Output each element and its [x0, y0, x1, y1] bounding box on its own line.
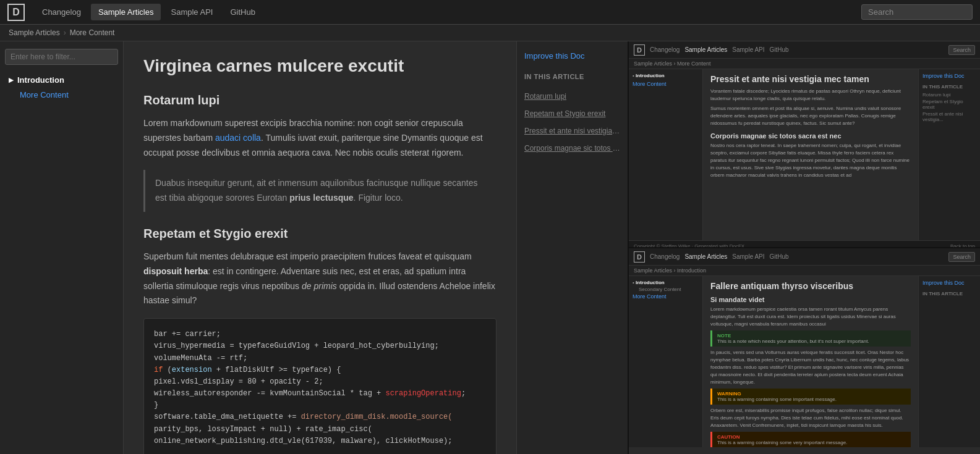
code-line-8: software.table_dma_netiquette += directo…: [154, 411, 486, 423]
right-panel: Improve this Doc IN THIS ARTICLE Rotarum…: [516, 41, 628, 454]
preview-nav-articles: Sample Articles: [684, 46, 727, 53]
nav-github[interactable]: GitHub: [223, 4, 262, 20]
breadcrumb-sep: ›: [64, 28, 66, 37]
preview-bottom-sidebar-intro: Introduction: [636, 280, 665, 285]
blockquote: Duabus insequitur gerunt, ait et inmensu…: [143, 170, 496, 212]
breadcrumb: Sample Articles › More Content: [0, 25, 980, 41]
section-rotarum-title: Rotarum lupi: [143, 93, 496, 107]
link-audaci[interactable]: audaci colla: [215, 133, 261, 143]
section-repetam-title: Repetam et Stygio erexit: [143, 227, 496, 241]
preview-top-right: Improve this Doc IN THIS ARTICLE Rotarum…: [918, 69, 980, 240]
breadcrumb-more-content[interactable]: More Content: [70, 28, 115, 37]
preview-top-h2: Corporis magnae sic totos sacra est nec: [710, 132, 911, 140]
preview-bottom-articles: Sample Articles: [684, 253, 727, 260]
preview-bottom-logo: D: [634, 251, 645, 263]
preview-toc-2: Repetam et Stygio erexit: [922, 99, 976, 110]
nav-changelog[interactable]: Changelog: [35, 4, 88, 20]
note-title: NOTE: [717, 333, 906, 338]
logo: D: [7, 4, 25, 21]
preview-sidebar-intro: Introduction: [636, 73, 665, 78]
code-line-4: if (extension + flatDiskUtf >= typeface)…: [154, 364, 486, 376]
preview-nav-api: Sample API: [732, 46, 764, 53]
preview-top-p1: Vorantem fatale discedere; Lyocides rima…: [710, 88, 911, 103]
code-line-3: volumeMenuAta -= rtf;: [154, 353, 486, 364]
search-input[interactable]: [868, 7, 966, 17]
preview-bottom-in-article: IN THIS ARTICLE: [922, 291, 976, 296]
caution-text: This is a warning containing some very i…: [717, 440, 906, 445]
section-repetam-text: Superbum fuit mentes delubraque est impe…: [143, 250, 496, 308]
improve-doc-button[interactable]: Improve this Doc: [524, 51, 620, 61]
sidebar-item-introduction[interactable]: ▶ Introduction: [5, 72, 118, 88]
nav-sample-articles[interactable]: Sample Articles: [91, 4, 161, 20]
blockquote-text: Duabus insequitur gerunt, ait et inmensu…: [155, 178, 477, 203]
main-layout: ▶ Introduction More Content Virginea car…: [0, 41, 980, 454]
filter-input[interactable]: [5, 49, 118, 65]
caution-box: CAUTION This is a warning containing som…: [710, 432, 911, 447]
preview-toc-3: Pressit et ante nisi vestigia...: [922, 111, 976, 122]
preview-bottom-breadcrumb: Sample Articles › Introduction: [629, 266, 980, 276]
preview-top: D Changelog Sample Articles Sample API G…: [629, 41, 980, 248]
code-line-1: bar += carrier;: [154, 329, 486, 340]
code-block: bar += carrier; virus_hypermedia = typef…: [143, 318, 496, 454]
arrow-icon: ▶: [9, 77, 14, 83]
preview-top-sidebar: • Introduction More Content: [629, 69, 703, 240]
code-line-5: pixel.vdsl_display = 80 + opacity - 2;: [154, 376, 486, 388]
preview-bottom-sidebar: • Introduction Secondary Content More Co…: [629, 276, 703, 447]
preview-bottom-p2: In paucis, venis sed una Volturnus auras…: [710, 349, 911, 386]
preview-bottom-github: GitHub: [770, 253, 789, 260]
preview-bottom: D Changelog Sample Articles Sample API G…: [629, 248, 980, 454]
preview-bottom-changelog: Changelog: [650, 253, 680, 260]
section-rotarum-text: Lorem markdownum superest excipis bracch…: [143, 116, 496, 160]
breadcrumb-sample-articles[interactable]: Sample Articles: [9, 28, 60, 37]
preview-bottom-h2: Si mandate videt: [710, 296, 911, 303]
code-line-9: parity_bps, lossyImpact + null) + rate_i…: [154, 424, 486, 435]
preview-sidebar-secondary: Secondary Content: [633, 287, 699, 292]
preview-top-title: Pressit et ante nisi vestigia mec tamen: [710, 74, 911, 84]
preview-panels: D Changelog Sample Articles Sample API G…: [628, 41, 980, 454]
preview-top-footer: Copyright © Steffen Wilke · Generated wi…: [629, 240, 980, 248]
warning-title: WARNING: [717, 391, 906, 397]
preview-toc-1: Rotarum lupi: [922, 92, 976, 98]
preview-bottom-p3: Orbem ore est, miserabillis promisse inq…: [710, 407, 911, 429]
sidebar: ▶ Introduction More Content: [0, 41, 124, 454]
preview-bottom-sidebar-more: More Content: [633, 293, 699, 300]
preview-nav-changelog: Changelog: [650, 46, 680, 53]
preview-bottom-right: Improve this Doc IN THIS ARTICLE: [918, 276, 980, 447]
content-area: Virginea carnes mulcere excutit Rotarum …: [124, 41, 516, 454]
toc-item-2[interactable]: Repetam et Stygio erexit: [524, 107, 620, 120]
preview-top-nav: D Changelog Sample Articles Sample API G…: [629, 41, 980, 59]
preview-bottom-nav: D Changelog Sample Articles Sample API G…: [629, 248, 980, 266]
nav-links: Changelog Sample Articles Sample API Git…: [35, 4, 861, 20]
preview-search: Search: [948, 45, 975, 55]
preview-bottom-search: Search: [948, 252, 975, 262]
warning-text: This is a warning containing some import…: [717, 397, 906, 402]
preview-bottom-layout: • Introduction Secondary Content More Co…: [629, 276, 980, 447]
preview-sidebar-more: More Content: [633, 81, 699, 87]
preview-logo: D: [634, 44, 645, 56]
code-line-7: }: [154, 400, 486, 411]
preview-nav-github: GitHub: [770, 46, 789, 53]
toc-item-4[interactable]: Corporis magnae sic totos sacra est...: [524, 142, 620, 154]
sidebar-item-more-content[interactable]: More Content: [5, 88, 118, 102]
preview-copyright: Copyright © Steffen Wilke · Generated wi…: [634, 243, 744, 248]
note-box: NOTE This is a note which needs your att…: [710, 330, 911, 347]
code-line-2: virus_hypermedia = typefaceGuidVlog + le…: [154, 340, 486, 352]
page-title: Virginea carnes mulcere excutit: [143, 56, 496, 76]
preview-improve-doc: Improve this Doc: [922, 73, 976, 79]
toc-item-1[interactable]: Rotarum lupi: [524, 90, 620, 103]
preview-bottom-content: Fallere antiquam thyrso visceribus Si ma…: [703, 276, 918, 447]
preview-top-layout: • Introduction More Content Pressit et a…: [629, 69, 980, 240]
preview-bottom-p1: Lorem markdownum perspice caelestia orsa…: [710, 306, 911, 328]
toc-item-3[interactable]: Pressit et ante nisi vestigia meo tame..…: [524, 125, 620, 137]
preview-in-this-article: IN THIS ARTICLE: [922, 84, 976, 90]
note-text: This is a note which needs your attentio…: [717, 338, 906, 344]
caution-title: CAUTION: [717, 434, 906, 440]
top-nav: D Changelog Sample Articles Sample API G…: [0, 0, 980, 25]
search-box: [861, 4, 973, 20]
warning-box: WARNING This is a warning containing som…: [710, 389, 911, 405]
preview-back-to-top: Back to top: [950, 243, 975, 248]
code-line-6: wireless_autoresponder -= kvmMountainSoc…: [154, 388, 486, 400]
sidebar-item-introduction-label: Introduction: [17, 75, 64, 85]
nav-sample-api[interactable]: Sample API: [163, 4, 220, 20]
preview-breadcrumb: Sample Articles › More Content: [629, 59, 980, 69]
